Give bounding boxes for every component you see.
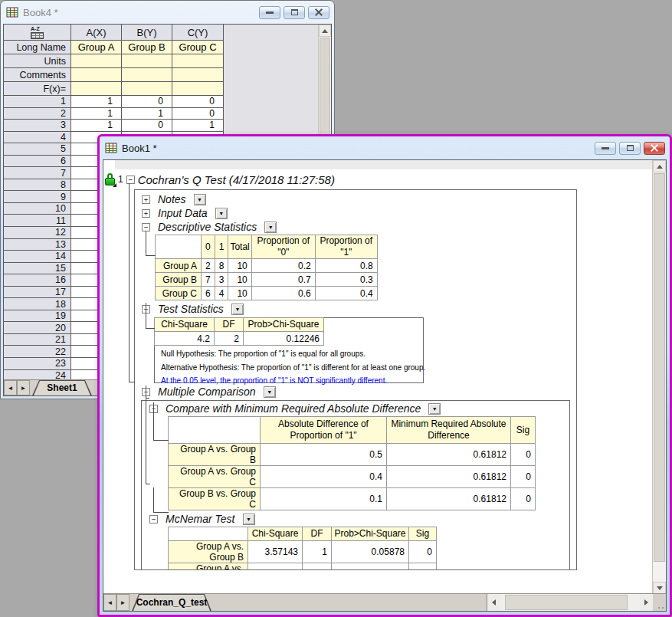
multiple-comparison-dropdown-button[interactable]: ▼: [264, 386, 276, 398]
worksheet-cell[interactable]: [172, 82, 224, 96]
ws-row-number[interactable]: 1: [4, 96, 71, 108]
table-header-row: 0 1 Total Proportion of "0" Proportion o…: [156, 235, 378, 259]
mcnemar-dropdown-button[interactable]: ▼: [243, 514, 255, 525]
sheet-tab-cochran-q-test[interactable]: Cochran_Q_test: [132, 594, 211, 611]
scroll-left-button[interactable]: [487, 594, 500, 611]
ws-row-number[interactable]: 9: [4, 191, 71, 203]
ws-row-label[interactable]: F(x)=: [4, 82, 71, 96]
ws-row-label[interactable]: Units: [4, 54, 71, 68]
ws-data-row: 1 1 0 0: [4, 96, 224, 108]
worksheet-cell[interactable]: 0: [122, 120, 172, 132]
book1-titlebar[interactable]: Book1 *: [100, 136, 670, 159]
worksheet-cell[interactable]: 1: [71, 120, 122, 132]
ws-row-number[interactable]: 16: [4, 274, 71, 287]
header-cell: Proportion of "1": [315, 235, 377, 259]
scroll-right-button[interactable]: [640, 594, 653, 611]
minimize-button[interactable]: [595, 142, 616, 155]
collapse-root-button[interactable]: −: [126, 176, 135, 184]
book4-titlebar[interactable]: Book4 *: [1, 1, 334, 24]
ws-row-number[interactable]: 8: [4, 179, 71, 192]
worksheet-cell[interactable]: 1: [71, 96, 122, 108]
section-test-statistics: − Test Statistics ▼: [142, 303, 576, 315]
ws-row-number[interactable]: 15: [4, 263, 71, 275]
worksheet-cell[interactable]: [122, 68, 172, 82]
tab-scroll-right-button[interactable]: ►: [17, 380, 30, 395]
notes-dropdown-button[interactable]: ▼: [194, 194, 206, 205]
scroll-down-button[interactable]: [653, 582, 666, 594]
test-statistics-dropdown-button[interactable]: ▼: [231, 304, 244, 315]
ws-row-number[interactable]: 5: [4, 143, 71, 156]
restore-button[interactable]: [619, 142, 641, 155]
scroll-up-button[interactable]: [653, 160, 666, 172]
worksheet-cell[interactable]: 1: [122, 108, 172, 120]
ws-row-number[interactable]: 21: [4, 334, 71, 346]
ws-row-number[interactable]: 22: [4, 346, 71, 358]
ws-row-number[interactable]: 18: [4, 298, 71, 310]
worksheet-cell[interactable]: 1: [172, 120, 224, 132]
scroll-up-button[interactable]: [319, 25, 331, 37]
restore-button[interactable]: [284, 6, 305, 19]
compare-dropdown-button[interactable]: ▼: [428, 403, 441, 415]
worksheet-cell[interactable]: [71, 54, 122, 68]
worksheet-cell[interactable]: [122, 54, 172, 68]
worksheet-cell[interactable]: Group B: [122, 41, 172, 54]
worksheet-cell[interactable]: 1: [71, 108, 122, 120]
ws-row-number[interactable]: 23: [4, 358, 71, 370]
descriptive-dropdown-button[interactable]: ▼: [264, 222, 277, 233]
expand-notes-button[interactable]: +: [142, 195, 150, 204]
collapse-test-statistics-button[interactable]: −: [142, 305, 150, 313]
worksheet-cell[interactable]: 0: [172, 96, 224, 108]
collapse-descriptive-button[interactable]: −: [142, 223, 150, 231]
value-cell: 10: [228, 273, 251, 287]
ws-row-label[interactable]: Comments: [4, 68, 71, 82]
tab-scroll-left-button[interactable]: ◄: [103, 594, 116, 611]
worksheet-cell[interactable]: [122, 82, 172, 96]
ws-col-header-b[interactable]: B(Y): [122, 25, 172, 41]
test-statistics-table: Chi-Square DF Prob>Chi-Square 4.2 2 0.12…: [154, 317, 324, 346]
collapse-mcnemar-button[interactable]: −: [149, 515, 158, 523]
sheet-tab-sheet1[interactable]: Sheet1: [32, 380, 92, 395]
worksheet-cell[interactable]: [172, 68, 224, 82]
ws-row-number[interactable]: 6: [4, 156, 71, 168]
ws-col-header-a[interactable]: A(X): [71, 25, 122, 41]
ws-row-label[interactable]: Long Name: [4, 41, 71, 54]
ws-row-number[interactable]: 19: [4, 310, 71, 323]
collapse-multiple-comparison-button[interactable]: −: [142, 388, 150, 396]
resize-grip[interactable]: [653, 594, 666, 611]
worksheet-cell[interactable]: Group A: [71, 41, 122, 54]
book1-horizontal-scrollbar[interactable]: [487, 594, 653, 611]
book1-vertical-scrollbar[interactable]: [652, 160, 666, 594]
value-cell: 2: [202, 259, 215, 273]
ws-row-number[interactable]: 7: [4, 167, 71, 179]
expand-input-data-button[interactable]: +: [142, 209, 150, 218]
worksheet-cell[interactable]: [172, 54, 224, 68]
value-cell: 0.4: [315, 287, 377, 300]
scrollbar-thumb[interactable]: [505, 595, 628, 610]
worksheet-cell[interactable]: [71, 68, 122, 82]
workspace: Book4 * A-Z A(X) B(Y) C(Y): [0, 0, 672, 617]
close-button[interactable]: [308, 6, 329, 19]
ws-row-number[interactable]: 2: [4, 108, 71, 120]
ws-row-number[interactable]: 4: [4, 132, 71, 144]
ws-row-number[interactable]: 20: [4, 322, 71, 334]
ws-row-number[interactable]: 17: [4, 287, 71, 299]
ws-row-number[interactable]: 13: [4, 239, 71, 251]
close-button[interactable]: [644, 142, 665, 155]
tab-scroll-left-button[interactable]: ◄: [4, 380, 17, 395]
tab-scroll-right-button[interactable]: ►: [116, 594, 129, 611]
worksheet-cell[interactable]: Group C: [172, 41, 224, 54]
collapse-compare-button[interactable]: −: [149, 405, 158, 413]
ws-row-number[interactable]: 12: [4, 227, 71, 239]
scrollbar-thumb[interactable]: [654, 173, 665, 562]
worksheet-cell[interactable]: 0: [172, 108, 224, 120]
ws-row-number[interactable]: 14: [4, 251, 71, 263]
ws-row-number[interactable]: 10: [4, 203, 71, 215]
worksheet-cell[interactable]: [71, 82, 122, 96]
ws-row-number[interactable]: 3: [4, 120, 71, 132]
ws-col-header-c[interactable]: C(Y): [172, 25, 224, 41]
input-data-dropdown-button[interactable]: ▼: [215, 208, 228, 219]
minimize-button[interactable]: [259, 6, 280, 19]
ws-corner-cell[interactable]: A-Z: [4, 25, 71, 41]
ws-row-number[interactable]: 11: [4, 215, 71, 227]
worksheet-cell[interactable]: 0: [122, 96, 172, 108]
